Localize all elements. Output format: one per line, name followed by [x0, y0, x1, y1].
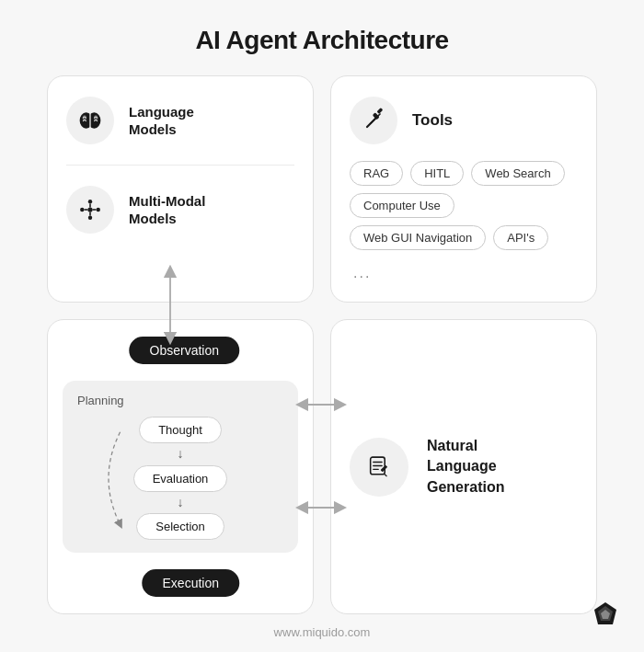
- arrow-1: ↓: [178, 445, 184, 463]
- page-wrapper: AI Agent Architecture: [0, 0, 644, 652]
- thought-pill: Thought: [139, 417, 222, 443]
- brain-icon: [66, 97, 114, 144]
- evaluation-pill: Evaluation: [133, 465, 228, 492]
- footer: www.miquido.com: [0, 625, 644, 639]
- tools-card: Tools RAG HITL Web Search Computer Use W…: [330, 75, 597, 303]
- svg-point-6: [87, 207, 92, 212]
- arrow-2: ↓: [178, 494, 184, 512]
- tools-more: ...: [350, 265, 578, 281]
- tag-hitl: HITL: [410, 161, 464, 186]
- tools-header: Tools: [350, 97, 578, 144]
- planning-card: Observation Planning Thought ↓: [47, 319, 314, 614]
- models-card: LanguageModels: [47, 75, 314, 303]
- footer-url: www.miquido.com: [274, 625, 371, 639]
- language-models-item: LanguageModels: [66, 97, 294, 144]
- diagram-area: LanguageModels: [19, 75, 625, 614]
- curved-dashed-arrow: [81, 417, 136, 540]
- nlg-card: NaturalLanguageGeneration: [330, 319, 597, 614]
- tag-web-search: Web Search: [471, 161, 564, 186]
- tag-web-gui: Web GUI Navigation: [350, 225, 486, 250]
- selection-pill: Selection: [136, 513, 224, 540]
- footer-logo: [592, 601, 618, 630]
- planning-steps: Thought ↓ Evaluation ↓ Selection: [77, 417, 283, 540]
- planning-label: Planning: [77, 394, 283, 407]
- tag-computer-use: Computer Use: [350, 193, 454, 218]
- multimodal-models-label: Multi-ModalModels: [129, 192, 205, 228]
- multimodal-models-item: Multi-ModalModels: [66, 186, 294, 234]
- planning-box: Planning Thought ↓ Evaluation ↓: [63, 381, 298, 553]
- tools-tags: RAG HITL Web Search Computer Use Web GUI…: [350, 161, 578, 250]
- model-divider: [66, 165, 294, 166]
- tools-icon: [350, 97, 397, 144]
- execution-pill: Execution: [143, 569, 239, 597]
- tools-label: Tools: [412, 111, 453, 130]
- svg-point-8: [88, 216, 92, 220]
- svg-rect-18: [377, 108, 384, 114]
- svg-point-10: [97, 208, 100, 212]
- page-title: AI Agent Architecture: [195, 26, 448, 55]
- network-icon: [66, 186, 114, 234]
- nlg-icon: [350, 438, 408, 497]
- observation-pill: Observation: [130, 337, 239, 364]
- tag-rag: RAG: [350, 161, 403, 186]
- svg-point-7: [88, 200, 92, 203]
- nlg-label: NaturalLanguageGeneration: [427, 436, 504, 498]
- svg-point-9: [80, 208, 84, 212]
- language-models-label: LanguageModels: [129, 103, 194, 139]
- tag-apis: API's: [493, 225, 548, 250]
